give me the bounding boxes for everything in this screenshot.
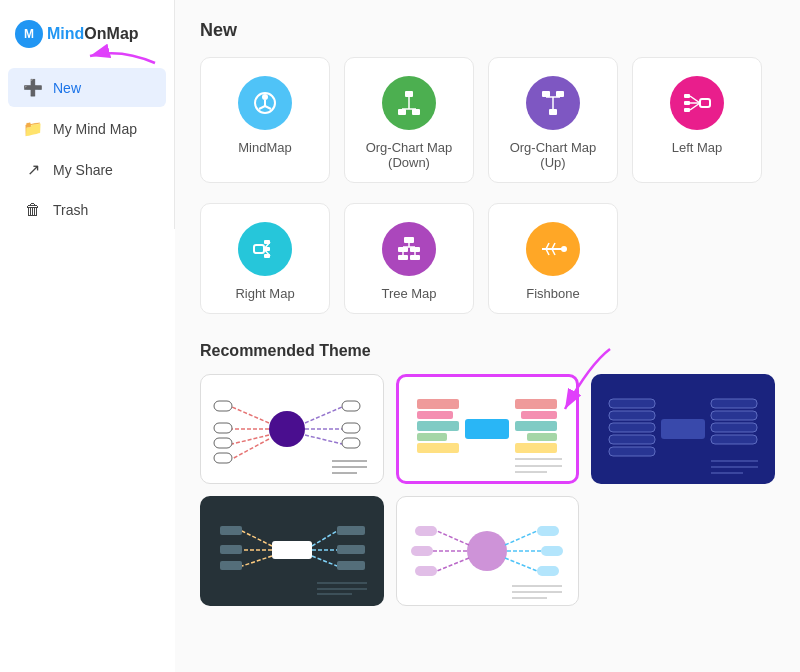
svg-line-52 bbox=[305, 435, 342, 444]
svg-rect-96 bbox=[220, 526, 242, 535]
sidebar-item-my-share[interactable]: ↗ My Share bbox=[8, 150, 166, 189]
svg-rect-58 bbox=[342, 423, 360, 433]
theme-preview-dark2 bbox=[203, 499, 381, 603]
svg-rect-102 bbox=[337, 526, 365, 535]
svg-line-111 bbox=[437, 558, 469, 571]
svg-rect-33 bbox=[398, 255, 408, 260]
svg-rect-98 bbox=[220, 561, 242, 570]
theme-card-dark2[interactable] bbox=[200, 496, 384, 606]
svg-rect-71 bbox=[515, 421, 557, 431]
svg-rect-78 bbox=[661, 419, 705, 439]
theme-preview-light bbox=[201, 375, 383, 483]
svg-rect-16 bbox=[684, 94, 690, 98]
map-card-mindmap[interactable]: MindMap bbox=[200, 57, 330, 183]
svg-rect-73 bbox=[515, 443, 557, 453]
map-card-tree-map[interactable]: Tree Map bbox=[344, 203, 474, 314]
logo-icon: M bbox=[15, 20, 43, 48]
theme-section-wrapper bbox=[200, 374, 775, 606]
svg-rect-116 bbox=[411, 546, 433, 556]
svg-line-46 bbox=[232, 407, 269, 423]
tree-map-label: Tree Map bbox=[381, 286, 436, 301]
theme-preview-purple bbox=[397, 497, 579, 605]
theme-card-dark[interactable] bbox=[591, 374, 775, 484]
org-up-label: Org-Chart Map (Up) bbox=[499, 140, 607, 170]
sidebar-item-trash[interactable]: 🗑 Trash bbox=[8, 191, 166, 229]
right-map-label: Right Map bbox=[235, 286, 294, 301]
sidebar-item-label: New bbox=[53, 80, 81, 96]
theme-card-light[interactable] bbox=[200, 374, 384, 484]
svg-rect-83 bbox=[609, 447, 655, 456]
svg-rect-85 bbox=[711, 411, 757, 420]
map-card-left-map[interactable]: Left Map bbox=[632, 57, 762, 183]
svg-point-44 bbox=[561, 246, 567, 252]
svg-rect-59 bbox=[342, 438, 360, 448]
svg-rect-53 bbox=[214, 401, 232, 411]
sidebar-item-my-mind-map[interactable]: 📁 My Mind Map bbox=[8, 109, 166, 148]
svg-rect-81 bbox=[609, 423, 655, 432]
svg-rect-97 bbox=[220, 545, 242, 554]
main-content: New MindMap Org-Chart Map (Down) Org-Cha… bbox=[175, 0, 800, 672]
map-card-fishbone[interactable]: Fishbone bbox=[488, 203, 618, 314]
plus-icon: ➕ bbox=[23, 78, 43, 97]
org-up-icon bbox=[526, 76, 580, 130]
sidebar-item-new[interactable]: ➕ New bbox=[8, 68, 166, 107]
svg-rect-13 bbox=[556, 91, 564, 97]
svg-rect-26 bbox=[254, 245, 264, 253]
svg-rect-69 bbox=[515, 399, 557, 409]
new-section-title: New bbox=[200, 20, 775, 41]
svg-rect-54 bbox=[214, 423, 232, 433]
svg-rect-84 bbox=[711, 399, 757, 408]
svg-line-5 bbox=[265, 106, 271, 109]
svg-rect-79 bbox=[609, 399, 655, 408]
svg-rect-103 bbox=[337, 545, 365, 554]
sidebar-item-label: My Share bbox=[53, 162, 113, 178]
svg-point-2 bbox=[262, 94, 268, 100]
org-down-label: Org-Chart Map (Down) bbox=[355, 140, 463, 170]
svg-rect-56 bbox=[214, 453, 232, 463]
mindmap-label: MindMap bbox=[238, 140, 291, 155]
svg-rect-118 bbox=[537, 526, 559, 536]
map-card-org-down[interactable]: Org-Chart Map (Down) bbox=[344, 57, 474, 183]
svg-rect-68 bbox=[417, 443, 459, 453]
svg-line-20 bbox=[690, 96, 700, 103]
svg-rect-8 bbox=[412, 109, 420, 115]
mindmap-icon bbox=[238, 76, 292, 130]
fishbone-label: Fishbone bbox=[526, 286, 579, 301]
theme-preview-dark bbox=[594, 377, 772, 481]
svg-rect-70 bbox=[521, 411, 557, 419]
svg-rect-72 bbox=[527, 433, 557, 441]
svg-line-114 bbox=[505, 558, 537, 571]
sidebar-item-label: My Mind Map bbox=[53, 121, 137, 137]
svg-rect-12 bbox=[542, 91, 550, 97]
right-map-icon bbox=[238, 222, 292, 276]
svg-rect-117 bbox=[415, 566, 437, 576]
svg-rect-66 bbox=[417, 421, 459, 431]
svg-point-45 bbox=[269, 411, 305, 447]
fishbone-icon bbox=[526, 222, 580, 276]
svg-rect-64 bbox=[417, 399, 459, 409]
svg-rect-115 bbox=[415, 526, 437, 536]
svg-line-4 bbox=[259, 106, 265, 109]
svg-rect-18 bbox=[684, 108, 690, 112]
left-map-label: Left Map bbox=[672, 140, 723, 155]
map-card-right-map[interactable]: Right Map bbox=[200, 203, 330, 314]
org-down-icon bbox=[382, 76, 436, 130]
svg-rect-11 bbox=[549, 109, 557, 115]
tree-map-icon bbox=[382, 222, 436, 276]
map-grid-row2: Right Map Tree Map Fishbone bbox=[200, 203, 775, 314]
svg-rect-104 bbox=[337, 561, 365, 570]
sidebar: M MindOnMap ➕ New 📁 My Mind Map ↗ My Sha… bbox=[0, 0, 175, 229]
svg-rect-67 bbox=[417, 433, 447, 441]
theme-card-colorful[interactable] bbox=[396, 374, 580, 484]
sidebar-item-label: Trash bbox=[53, 202, 88, 218]
svg-rect-86 bbox=[711, 423, 757, 432]
theme-card-purple[interactable] bbox=[396, 496, 580, 606]
trash-icon: 🗑 bbox=[23, 201, 43, 219]
map-grid-row1: MindMap Org-Chart Map (Down) Org-Chart M… bbox=[200, 57, 775, 183]
svg-line-22 bbox=[690, 103, 700, 110]
map-card-org-up[interactable]: Org-Chart Map (Up) bbox=[488, 57, 618, 183]
svg-rect-57 bbox=[342, 401, 360, 411]
svg-rect-92 bbox=[272, 541, 312, 559]
svg-rect-87 bbox=[711, 435, 757, 444]
svg-rect-120 bbox=[537, 566, 559, 576]
